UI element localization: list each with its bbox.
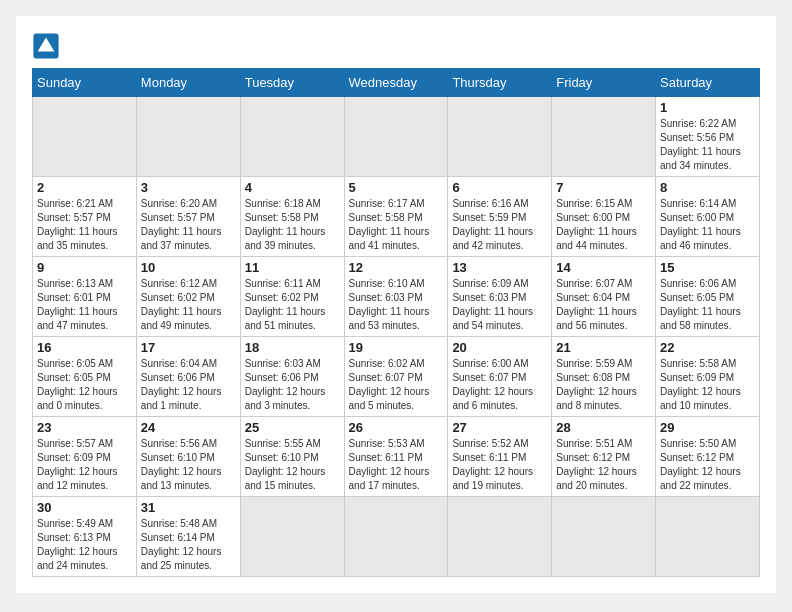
day-number: 15: [660, 260, 755, 275]
calendar-week-2: 9Sunrise: 6:13 AM Sunset: 6:01 PM Daylig…: [33, 257, 760, 337]
calendar-cell: [552, 97, 656, 177]
calendar-cell: 29Sunrise: 5:50 AM Sunset: 6:12 PM Dayli…: [656, 417, 760, 497]
calendar-header-monday: Monday: [136, 69, 240, 97]
calendar-cell: 25Sunrise: 5:55 AM Sunset: 6:10 PM Dayli…: [240, 417, 344, 497]
day-number: 18: [245, 340, 340, 355]
calendar-header-friday: Friday: [552, 69, 656, 97]
day-info: Sunrise: 5:53 AM Sunset: 6:11 PM Dayligh…: [349, 437, 444, 493]
calendar-cell: [240, 497, 344, 577]
calendar-header-tuesday: Tuesday: [240, 69, 344, 97]
day-info: Sunrise: 6:06 AM Sunset: 6:05 PM Dayligh…: [660, 277, 755, 333]
day-number: 19: [349, 340, 444, 355]
day-info: Sunrise: 6:02 AM Sunset: 6:07 PM Dayligh…: [349, 357, 444, 413]
day-number: 20: [452, 340, 547, 355]
calendar-cell: 21Sunrise: 5:59 AM Sunset: 6:08 PM Dayli…: [552, 337, 656, 417]
day-number: 30: [37, 500, 132, 515]
calendar-cell: [240, 97, 344, 177]
day-number: 10: [141, 260, 236, 275]
calendar-cell: [33, 97, 137, 177]
day-info: Sunrise: 6:04 AM Sunset: 6:06 PM Dayligh…: [141, 357, 236, 413]
day-info: Sunrise: 6:05 AM Sunset: 6:05 PM Dayligh…: [37, 357, 132, 413]
day-info: Sunrise: 6:18 AM Sunset: 5:58 PM Dayligh…: [245, 197, 340, 253]
calendar-week-1: 2Sunrise: 6:21 AM Sunset: 5:57 PM Daylig…: [33, 177, 760, 257]
calendar-header-row: SundayMondayTuesdayWednesdayThursdayFrid…: [33, 69, 760, 97]
calendar-cell: 6Sunrise: 6:16 AM Sunset: 5:59 PM Daylig…: [448, 177, 552, 257]
logo: [32, 32, 64, 60]
calendar-cell: 22Sunrise: 5:58 AM Sunset: 6:09 PM Dayli…: [656, 337, 760, 417]
day-info: Sunrise: 6:21 AM Sunset: 5:57 PM Dayligh…: [37, 197, 132, 253]
day-number: 3: [141, 180, 236, 195]
day-number: 27: [452, 420, 547, 435]
day-number: 12: [349, 260, 444, 275]
day-number: 28: [556, 420, 651, 435]
calendar-cell: 28Sunrise: 5:51 AM Sunset: 6:12 PM Dayli…: [552, 417, 656, 497]
calendar-cell: 1Sunrise: 6:22 AM Sunset: 5:56 PM Daylig…: [656, 97, 760, 177]
day-number: 17: [141, 340, 236, 355]
day-info: Sunrise: 6:12 AM Sunset: 6:02 PM Dayligh…: [141, 277, 236, 333]
calendar-cell: 3Sunrise: 6:20 AM Sunset: 5:57 PM Daylig…: [136, 177, 240, 257]
day-number: 9: [37, 260, 132, 275]
day-info: Sunrise: 6:13 AM Sunset: 6:01 PM Dayligh…: [37, 277, 132, 333]
day-info: Sunrise: 5:59 AM Sunset: 6:08 PM Dayligh…: [556, 357, 651, 413]
day-info: Sunrise: 6:00 AM Sunset: 6:07 PM Dayligh…: [452, 357, 547, 413]
day-number: 7: [556, 180, 651, 195]
day-info: Sunrise: 6:16 AM Sunset: 5:59 PM Dayligh…: [452, 197, 547, 253]
day-info: Sunrise: 6:09 AM Sunset: 6:03 PM Dayligh…: [452, 277, 547, 333]
calendar-cell: 26Sunrise: 5:53 AM Sunset: 6:11 PM Dayli…: [344, 417, 448, 497]
day-info: Sunrise: 5:52 AM Sunset: 6:11 PM Dayligh…: [452, 437, 547, 493]
calendar-cell: [344, 497, 448, 577]
calendar-cell: 15Sunrise: 6:06 AM Sunset: 6:05 PM Dayli…: [656, 257, 760, 337]
day-info: Sunrise: 5:51 AM Sunset: 6:12 PM Dayligh…: [556, 437, 651, 493]
day-number: 29: [660, 420, 755, 435]
calendar-cell: 17Sunrise: 6:04 AM Sunset: 6:06 PM Dayli…: [136, 337, 240, 417]
calendar-header-wednesday: Wednesday: [344, 69, 448, 97]
calendar-cell: 27Sunrise: 5:52 AM Sunset: 6:11 PM Dayli…: [448, 417, 552, 497]
day-number: 26: [349, 420, 444, 435]
day-info: Sunrise: 6:10 AM Sunset: 6:03 PM Dayligh…: [349, 277, 444, 333]
calendar-cell: 24Sunrise: 5:56 AM Sunset: 6:10 PM Dayli…: [136, 417, 240, 497]
day-number: 6: [452, 180, 547, 195]
day-number: 25: [245, 420, 340, 435]
day-number: 21: [556, 340, 651, 355]
calendar-header-sunday: Sunday: [33, 69, 137, 97]
calendar-table: SundayMondayTuesdayWednesdayThursdayFrid…: [32, 68, 760, 577]
calendar-cell: [344, 97, 448, 177]
calendar-cell: 19Sunrise: 6:02 AM Sunset: 6:07 PM Dayli…: [344, 337, 448, 417]
calendar-cell: 13Sunrise: 6:09 AM Sunset: 6:03 PM Dayli…: [448, 257, 552, 337]
day-number: 8: [660, 180, 755, 195]
header: [32, 32, 760, 60]
day-number: 2: [37, 180, 132, 195]
calendar-week-3: 16Sunrise: 6:05 AM Sunset: 6:05 PM Dayli…: [33, 337, 760, 417]
calendar-cell: 18Sunrise: 6:03 AM Sunset: 6:06 PM Dayli…: [240, 337, 344, 417]
calendar-cell: 8Sunrise: 6:14 AM Sunset: 6:00 PM Daylig…: [656, 177, 760, 257]
day-info: Sunrise: 5:58 AM Sunset: 6:09 PM Dayligh…: [660, 357, 755, 413]
calendar-cell: 10Sunrise: 6:12 AM Sunset: 6:02 PM Dayli…: [136, 257, 240, 337]
calendar-cell: [656, 497, 760, 577]
logo-icon: [32, 32, 60, 60]
calendar-cell: 31Sunrise: 5:48 AM Sunset: 6:14 PM Dayli…: [136, 497, 240, 577]
day-number: 24: [141, 420, 236, 435]
day-info: Sunrise: 5:48 AM Sunset: 6:14 PM Dayligh…: [141, 517, 236, 573]
day-info: Sunrise: 6:22 AM Sunset: 5:56 PM Dayligh…: [660, 117, 755, 173]
calendar-cell: [448, 497, 552, 577]
day-info: Sunrise: 6:15 AM Sunset: 6:00 PM Dayligh…: [556, 197, 651, 253]
calendar-cell: 5Sunrise: 6:17 AM Sunset: 5:58 PM Daylig…: [344, 177, 448, 257]
calendar-cell: 14Sunrise: 6:07 AM Sunset: 6:04 PM Dayli…: [552, 257, 656, 337]
day-info: Sunrise: 6:03 AM Sunset: 6:06 PM Dayligh…: [245, 357, 340, 413]
day-number: 14: [556, 260, 651, 275]
page: SundayMondayTuesdayWednesdayThursdayFrid…: [16, 16, 776, 593]
day-info: Sunrise: 6:17 AM Sunset: 5:58 PM Dayligh…: [349, 197, 444, 253]
calendar-cell: 11Sunrise: 6:11 AM Sunset: 6:02 PM Dayli…: [240, 257, 344, 337]
calendar-cell: 9Sunrise: 6:13 AM Sunset: 6:01 PM Daylig…: [33, 257, 137, 337]
day-number: 5: [349, 180, 444, 195]
day-info: Sunrise: 6:14 AM Sunset: 6:00 PM Dayligh…: [660, 197, 755, 253]
calendar-cell: 12Sunrise: 6:10 AM Sunset: 6:03 PM Dayli…: [344, 257, 448, 337]
day-info: Sunrise: 6:11 AM Sunset: 6:02 PM Dayligh…: [245, 277, 340, 333]
calendar-cell: 7Sunrise: 6:15 AM Sunset: 6:00 PM Daylig…: [552, 177, 656, 257]
calendar-week-4: 23Sunrise: 5:57 AM Sunset: 6:09 PM Dayli…: [33, 417, 760, 497]
day-number: 1: [660, 100, 755, 115]
day-number: 4: [245, 180, 340, 195]
calendar-cell: [136, 97, 240, 177]
calendar-cell: 23Sunrise: 5:57 AM Sunset: 6:09 PM Dayli…: [33, 417, 137, 497]
calendar-header-thursday: Thursday: [448, 69, 552, 97]
